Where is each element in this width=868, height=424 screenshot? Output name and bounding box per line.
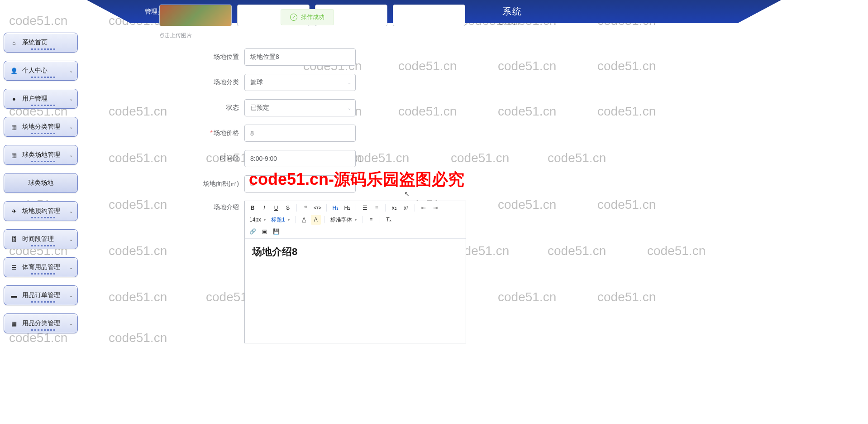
sidebar: ⌂ 系统首页 👤 个人中心 ⌄ ● 用户管理 ⌄ ▦ 场地分类管理 ⌄ ▦ 球类… [4,33,78,333]
sidebar-item-venue-category[interactable]: ▦ 场地分类管理 ⌄ [4,117,78,137]
bold-button[interactable]: B [248,203,258,213]
h1-button[interactable]: H₁ [330,203,340,213]
category-label: 场地分类 [86,78,244,87]
quote-button[interactable]: ❝ [300,203,310,213]
sidebar-item-label: 场地分类管理 [22,123,60,131]
sidebar-item-label: 用品订单管理 [22,291,60,299]
sidebar-item-profile[interactable]: 👤 个人中心 ⌄ [4,61,78,81]
chevron-down-icon: ⌄ [69,209,73,214]
chevron-down-icon: ⌄ [69,321,73,326]
outdent-button[interactable]: ⇥ [430,203,440,213]
text-color-button[interactable]: A [299,215,309,225]
grid-icon: ▦ [10,320,18,327]
intro-label: 场地介绍 [86,201,244,212]
h2-button[interactable]: H₂ [342,203,352,213]
bg-color-button[interactable]: A [311,215,321,225]
chevron-down-icon: ⌄ [69,237,73,242]
timeslot-label: 时间段 [86,154,244,163]
location-label: 场地位置 [86,53,244,61]
ol-button[interactable]: ☰ [360,203,370,213]
ul-button[interactable]: ≡ [372,203,382,213]
editor-content[interactable]: 场地介绍8 [245,239,466,343]
briefcase-icon: 🗄 [10,236,18,243]
location-input[interactable] [244,48,356,66]
sidebar-item-label: 球类场地管理 [22,151,60,159]
sidebar-item-timeslot[interactable]: 🗄 时间段管理 ⌄ [4,229,78,249]
price-label: *场地价格 [86,129,244,137]
doc-icon: ▦ [10,123,18,130]
status-label: 状态 [86,104,244,112]
person-icon: 👤 [10,67,18,74]
price-input[interactable] [244,125,356,142]
send-icon: ✈ [10,207,18,215]
sidebar-item-label: 系统首页 [22,39,48,47]
venue-form: 场地位置 场地分类 ⌄ 状态 ⌄ *场地价格 时间段 场地面积(㎡) [86,48,868,343]
upload-slot[interactable] [393,5,465,26]
chevron-down-icon: ⌄ [69,125,73,130]
link-button[interactable]: 🔗 [248,226,258,236]
chevron-down-icon: ⌄ [69,265,73,270]
category-select[interactable] [244,74,356,91]
sidebar-item-label: 体育用品管理 [22,263,60,271]
save-button[interactable]: 💾 [271,226,281,236]
sidebar-item-ball-venue-mgmt[interactable]: ▦ 球类场地管理 ⌄ [4,145,78,165]
clear-format-button[interactable]: Tₓ [384,215,394,225]
upload-hint: 点击上传图片 [159,32,868,39]
indent-button[interactable]: ⇤ [419,203,429,213]
pin-icon: ● [10,95,18,102]
sidebar-item-users[interactable]: ● 用户管理 ⌄ [4,89,78,109]
sidebar-item-home[interactable]: ⌂ 系统首页 [4,33,78,53]
sidebar-item-label: 个人中心 [22,67,48,75]
sidebar-item-label: 用品分类管理 [22,319,60,328]
toast-message: 操作成功 [301,13,324,21]
list-icon: ☰ [10,264,18,271]
uploaded-image-thumb[interactable] [159,5,232,26]
sidebar-item-reservation[interactable]: ✈ 场地预约管理 ⌄ [4,201,78,221]
chevron-down-icon: ⌄ [69,293,73,298]
chevron-down-icon: ⌄ [69,153,73,158]
font-size-select[interactable]: 14px▾ [248,217,267,223]
chevron-down-icon: ⌄ [69,96,73,101]
sidebar-item-equip-order[interactable]: ▬ 用品订单管理 ⌄ [4,285,78,305]
code-button[interactable]: </> [312,203,323,213]
superscript-button[interactable]: x² [401,203,411,213]
font-family-select[interactable]: 标准字体▾ [329,216,358,224]
grid-icon: ▦ [10,151,18,159]
rich-text-editor: B I U S ❝ </> H₁ H₂ ☰ ≡ x₂ x² [244,201,466,343]
upload-image-row [159,5,868,26]
success-toast: ✓ 操作成功 [281,9,334,25]
sidebar-item-label: 时间段管理 [22,235,54,243]
subscript-button[interactable]: x₂ [389,203,399,213]
sidebar-item-label: 球类场地 [28,179,53,187]
align-button[interactable]: ≡ [366,215,376,225]
sidebar-item-sports-equip[interactable]: ☰ 体育用品管理 ⌄ [4,257,78,277]
editor-toolbar: B I U S ❝ </> H₁ H₂ ☰ ≡ x₂ x² [245,201,466,239]
status-select[interactable] [244,99,356,116]
main-content: 点击上传图片 场地位置 场地分类 ⌄ 状态 ⌄ *场地价格 时间段 [86,0,868,352]
check-icon: ✓ [290,14,297,21]
timeslot-input[interactable] [244,150,356,167]
area-input[interactable] [244,175,356,193]
chevron-down-icon: ⌄ [69,68,73,73]
area-label: 场地面积(㎡) [86,180,244,188]
sidebar-item-label: 场地预约管理 [22,207,60,215]
strike-button[interactable]: S [283,203,293,213]
heading-select[interactable]: 标题1▾ [269,216,291,224]
italic-button[interactable]: I [259,203,269,213]
underline-button[interactable]: U [271,203,281,213]
sidebar-item-label: 用户管理 [22,95,48,103]
home-icon: ⌂ [10,39,18,46]
sidebar-item-ball-venue[interactable]: 球类场地 [4,173,78,193]
book-icon: ▬ [10,292,18,299]
sidebar-item-equip-category[interactable]: ▦ 用品分类管理 ⌄ [4,313,78,333]
image-button[interactable]: ▣ [259,226,269,236]
